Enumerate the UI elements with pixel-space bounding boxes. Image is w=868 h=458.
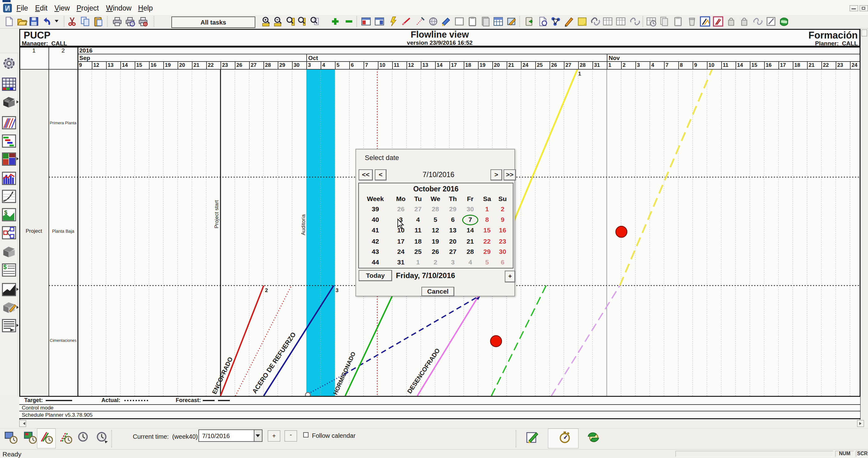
svg-text:3: 3: [336, 287, 338, 293]
svg-text:2: 2: [265, 287, 268, 293]
svg-text:1: 1: [578, 71, 581, 77]
svg-text:Auditoria: Auditoria: [301, 214, 306, 235]
svg-text:Project start: Project start: [214, 200, 220, 228]
